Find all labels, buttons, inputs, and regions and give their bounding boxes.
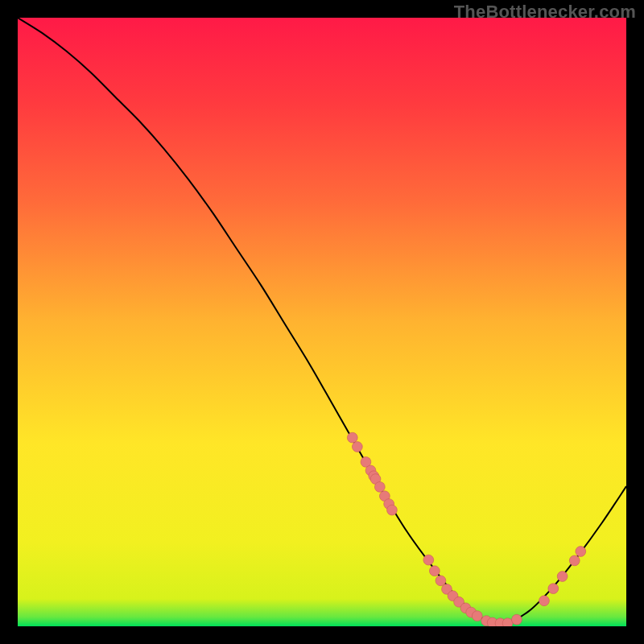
- curve-marker-dot: [548, 584, 559, 594]
- curve-marker-dot: [374, 481, 385, 492]
- chart-stage: TheBottlenecker.com: [0, 0, 644, 644]
- curve-marker-dot: [502, 618, 513, 626]
- curve-marker-dot: [569, 555, 580, 566]
- curve-marker-dot: [423, 555, 434, 565]
- curve-marker-dot: [512, 614, 522, 625]
- curve-marker-dot: [429, 566, 440, 576]
- curve-marker-dot: [436, 576, 446, 586]
- curve-marker-dot: [539, 596, 550, 606]
- curve-marker-dot: [387, 505, 398, 515]
- curve-marker-dot: [557, 572, 568, 582]
- bottleneck-chart: [18, 18, 626, 626]
- curve-marker-dot: [352, 442, 362, 452]
- curve-marker-dot: [576, 547, 586, 557]
- gradient-panel: [18, 18, 626, 626]
- curve-marker-dot: [472, 611, 482, 621]
- curve-marker-dot: [347, 432, 357, 443]
